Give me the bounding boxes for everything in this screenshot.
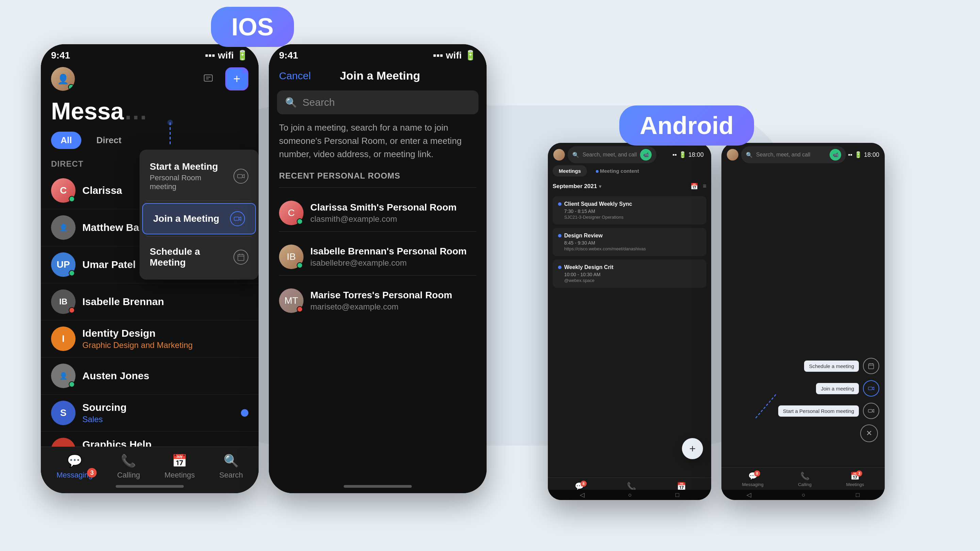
month-text[interactable]: September 2021 ▾: [553, 183, 601, 190]
android-nav-meetings-4[interactable]: 📅 3 Meetings: [846, 472, 864, 487]
meetings-nav-icon: 📅: [172, 454, 187, 468]
pr-status-isabelle: [297, 262, 303, 268]
android-search-text-4: Search, meet, and call: [756, 152, 826, 158]
android-search-text-3: Search, meet, and call: [582, 152, 637, 158]
start-personal-icon-btn[interactable]: [863, 403, 879, 419]
schedule-meeting-icon: [234, 250, 248, 265]
nav-meetings[interactable]: 📅 Meetings: [164, 454, 195, 480]
status-bar-1: 9:41 ▪▪▪ wifi 🔋: [41, 44, 259, 64]
new-meeting-button[interactable]: +: [225, 67, 248, 91]
signal-icon-4: ▪▪: [848, 151, 853, 159]
dropdown-join-meeting[interactable]: Join a Meeting: [142, 203, 256, 234]
meeting-link-2: https://cisco.webex.com/meet/danashivas: [558, 246, 701, 251]
meeting-item-2[interactable]: Design Review 8:45 - 9:30 AM https://cis…: [553, 228, 706, 256]
android-nav-calling-4[interactable]: 📞 Calling: [798, 472, 811, 487]
phone2-header: Cancel Join a Meeting: [269, 64, 487, 91]
android-search-bar-4[interactable]: 🔍 Search, meet, and call 📹: [741, 146, 846, 163]
android-meetings-label-4: Meetings: [846, 482, 864, 487]
phone3-frame: 🔍 Search, meet, and call 📹 ▪▪ 🔋 18:00 Me…: [548, 143, 711, 500]
battery-icon-1: 🔋: [237, 50, 248, 61]
schedule-meeting-title: Schedule a Meeting: [150, 246, 227, 268]
nav-search[interactable]: 🔍 Search: [219, 454, 243, 480]
signal-icon-3: ▪▪: [672, 151, 677, 159]
search-nav-label: Search: [219, 471, 243, 480]
dropdown-divider-1: [146, 201, 252, 201]
ios-platform-label: IOS: [211, 7, 294, 47]
status-icons-2: ▪▪▪ wifi 🔋: [433, 50, 476, 61]
dropdown-schedule-meeting[interactable]: Schedule a Meeting: [140, 239, 259, 275]
msg-avatar-sourcing: S: [51, 401, 76, 425]
phone3-content: 🔍 Search, meet, and call 📹 ▪▪ 🔋 18:00 Me…: [548, 143, 711, 500]
dropdown-menu: Start a Meeting Personal Room meeting Jo…: [140, 150, 259, 279]
meeting-dot-3: [558, 266, 562, 269]
schedule-label: Schedule a meeting: [804, 360, 859, 372]
list-item[interactable]: I Identity Design Graphic Design and Mar…: [41, 321, 259, 357]
search-bar-2[interactable]: 🔍 Search: [277, 91, 479, 114]
android-avatar-4: [727, 149, 738, 160]
android-video-btn-4[interactable]: 📹: [830, 149, 841, 160]
phone2-frame: 9:41 ▪▪▪ wifi 🔋 Cancel Join a Meeting 🔍 …: [269, 44, 487, 493]
cancel-button[interactable]: Cancel: [279, 70, 311, 82]
menu-schedule[interactable]: Schedule a meeting: [778, 358, 879, 374]
fab-button-3[interactable]: +: [682, 438, 703, 459]
signal-icon-2: ▪▪▪: [433, 50, 443, 61]
phone2-content: 9:41 ▪▪▪ wifi 🔋 Cancel Join a Meeting 🔍 …: [269, 44, 487, 493]
dropdown-start-meeting[interactable]: Start a Meeting Personal Room meeting: [140, 154, 259, 198]
personal-room-marise[interactable]: MT Marise Torres's Personal Room mariset…: [269, 282, 487, 319]
back-btn-3[interactable]: ◁: [580, 491, 585, 499]
pr-status-marise: [297, 306, 303, 312]
schedule-icon-btn[interactable]: [863, 358, 879, 374]
pr-name-marise: Marise Torres's Personal Room: [310, 290, 476, 301]
recents-btn-4[interactable]: □: [856, 491, 859, 499]
recents-btn-3[interactable]: □: [675, 491, 679, 499]
month-label: September 2021: [553, 183, 597, 190]
list-icon[interactable]: ≡: [703, 183, 706, 190]
divider-1: [279, 187, 476, 188]
personal-room-isabelle[interactable]: IB Isabelle Brennan's Personal Room isab…: [269, 238, 487, 275]
join-icon-btn[interactable]: [863, 380, 879, 397]
meeting-item-1[interactable]: Client Squad Weekly Sync 7:30 - 8:15 AM …: [553, 196, 706, 224]
svg-rect-12: [869, 364, 874, 369]
android-messaging-badge-3: 8: [581, 481, 587, 487]
meeting-dot-2: [558, 234, 562, 237]
close-x-btn-4[interactable]: ✕: [860, 424, 878, 442]
phone4-frame: 🔍 Search, meet, and call 📹 ▪▪ 🔋 18:00 Sc…: [721, 143, 885, 500]
menu-join[interactable]: Join a meeting: [778, 380, 879, 397]
android-sys-nav-4: ◁ ○ □: [721, 490, 885, 500]
nav-calling[interactable]: 📞 Calling: [117, 454, 140, 480]
msg-info-isabelle: Isabelle Brennan: [82, 296, 248, 308]
meeting-item-3[interactable]: Weekly Design Crit 10:00 - 10:30 AM @web…: [553, 259, 706, 288]
user-avatar-1[interactable]: 👤: [51, 67, 75, 91]
menu-start-personal[interactable]: Start a Personal Room meeting: [778, 403, 879, 419]
tab-meeting-content[interactable]: Meeting content: [590, 165, 645, 176]
filter-tab-direct[interactable]: Direct: [87, 132, 131, 149]
calendar-icon[interactable]: 📅: [690, 183, 698, 190]
unread-dot-sourcing: [241, 409, 248, 417]
tab-meetings[interactable]: Meetings: [553, 165, 587, 176]
list-item[interactable]: IB Isabelle Brennan: [41, 283, 259, 321]
home-btn-4[interactable]: ○: [802, 491, 805, 499]
android-video-btn-3[interactable]: 📹: [640, 149, 652, 160]
close-icon[interactable]: ✕: [860, 424, 878, 442]
android-sys-nav-3: ◁ ○ □: [548, 490, 711, 500]
filter-tab-all[interactable]: All: [51, 132, 81, 149]
svg-rect-0: [204, 75, 212, 81]
start-meeting-icon: [234, 169, 248, 184]
home-indicator-2: [344, 485, 412, 488]
list-item[interactable]: 👤 Austen Jones: [41, 357, 259, 395]
nav-messaging[interactable]: 💬 Messaging 3: [56, 454, 92, 480]
msg-avatar-identity: I: [51, 327, 76, 351]
android-search-icon-3: 🔍: [572, 152, 579, 158]
list-item[interactable]: S Sourcing Sales: [41, 395, 259, 432]
personal-room-clarissa[interactable]: C Clarissa Smith's Personal Room clasmit…: [269, 195, 487, 231]
android-nav-messaging-4[interactable]: 💬 8 Messaging: [742, 472, 764, 487]
msg-avatar-matthew: 👤: [51, 215, 76, 240]
compose-icon[interactable]: [198, 69, 218, 89]
signal-icon-1: ▪▪▪: [205, 50, 215, 61]
messaging-badge: 3: [87, 468, 97, 478]
pr-info-marise: Marise Torres's Personal Room mariseto@e…: [310, 290, 476, 311]
back-btn-4[interactable]: ◁: [746, 491, 751, 499]
msg-name-sourcing: Sourcing: [82, 402, 234, 413]
android-search-bar-3[interactable]: 🔍 Search, meet, and call 📹: [568, 146, 656, 163]
home-btn-3[interactable]: ○: [628, 491, 632, 499]
